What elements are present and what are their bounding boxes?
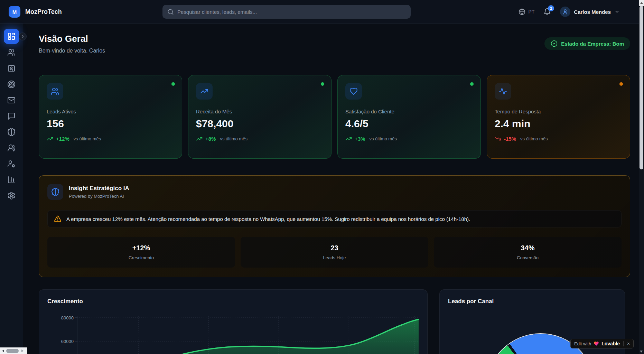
insight-stat-conversion: 34% Conversão [434, 237, 622, 268]
status-dot [321, 82, 324, 86]
insight-stat-label: Crescimento [129, 255, 154, 260]
notifications-button[interactable]: 2 [543, 8, 551, 16]
trending-up-icon [196, 136, 203, 142]
sidebar-item-reports[interactable] [0, 172, 23, 188]
vertical-scrollbar[interactable] [639, 0, 644, 354]
sidebar-item-settings[interactable] [0, 188, 23, 204]
heart-icon [345, 83, 362, 100]
sidebar-item-contacts[interactable] [0, 60, 23, 76]
chevron-right-icon [20, 34, 25, 39]
status-badge-label: Estado da Empresa: Bom [561, 41, 624, 47]
trending-down-icon [495, 136, 501, 142]
user-menu[interactable]: Carlos Mendes [560, 7, 620, 17]
brand-name: MozProTech [25, 8, 62, 16]
status-dot [619, 82, 623, 86]
topbar-actions: PT 2 Carlos Mendes [519, 0, 620, 24]
trending-up-icon [47, 136, 53, 142]
sidebar-item-leads[interactable] [0, 45, 23, 60]
charts-row: Crescimento [39, 289, 630, 354]
stat-card-satisfaction[interactable]: Satisfação do Cliente 4.6/5 +3% vs últim… [337, 75, 481, 159]
stats-grid: Leads Ativos 156 +12% vs último mês Rece… [39, 75, 630, 159]
stat-change: +12% [56, 136, 69, 142]
insight-stat-value: +12% [132, 244, 150, 252]
circle-check-icon [551, 40, 558, 47]
brand-group: M MozProTech [9, 0, 62, 24]
stat-card-revenue[interactable]: Receita do Mês $78,400 +8% vs último mês [188, 75, 332, 159]
insight-stat-value: 34% [521, 244, 534, 252]
stat-value: $78,400 [196, 118, 324, 130]
stat-label: Tempo de Resposta [495, 109, 622, 114]
sidebar-item-email[interactable] [0, 92, 23, 108]
page-subtitle: Bem-vindo de volta, Carlos [39, 48, 105, 54]
globe-icon [519, 8, 525, 15]
stat-card-response-time[interactable]: Tempo de Resposta 2.4 min -15% vs último… [487, 75, 630, 159]
stat-value: 156 [47, 118, 174, 130]
ytick-80000: 80000 [61, 315, 74, 320]
avatar [560, 7, 570, 17]
sidebar-item-ai[interactable] [0, 124, 23, 140]
global-search[interactable] [162, 5, 411, 19]
insight-alert-text: A empresa cresceu 12% este mês. Atenção … [66, 216, 470, 222]
status-badge: Estado da Empresa: Bom [544, 37, 630, 50]
stat-label: Satisfação do Cliente [345, 109, 473, 114]
insight-stats: +12% Crescimento 23 Leads Hoje 34% Conve… [47, 237, 622, 268]
lovable-logo-icon [594, 341, 599, 346]
mail-icon [7, 96, 16, 104]
insight-subtitle: Powered by MozProTech AI [69, 194, 129, 199]
horizontal-scrollbar[interactable] [0, 347, 27, 354]
main-content: Visão Geral Bem-vindo de volta, Carlos E… [23, 24, 644, 354]
horizontal-scrollbar-thumb[interactable] [6, 349, 19, 353]
scroll-up-button[interactable] [639, 0, 644, 6]
sidebar-item-user-management[interactable] [0, 156, 23, 172]
warning-triangle-icon [54, 215, 62, 223]
sidebar-item-team[interactable] [0, 140, 23, 156]
search-input[interactable] [177, 9, 406, 15]
scroll-right-button[interactable] [21, 350, 24, 352]
sidebar-item-dashboard[interactable] [4, 29, 19, 44]
settings-icon [7, 192, 16, 200]
stat-value: 2.4 min [495, 118, 622, 130]
scroll-down-button[interactable] [640, 351, 643, 353]
lovable-brand: Lovable [601, 341, 620, 346]
language-switcher[interactable]: PT [519, 8, 534, 15]
sidebar-item-chat[interactable] [0, 108, 23, 124]
bar-chart-icon [7, 176, 16, 184]
page-title: Visão Geral [39, 34, 105, 44]
stat-card-leads[interactable]: Leads Ativos 156 +12% vs último mês [39, 75, 182, 159]
vertical-scrollbar-thumb[interactable] [640, 6, 643, 169]
users-icon [7, 48, 16, 57]
stat-value: 4.6/5 [345, 118, 473, 130]
dashboard-icon [7, 32, 16, 40]
page-header: Visão Geral Bem-vindo de volta, Carlos E… [39, 34, 630, 54]
close-icon[interactable]: × [627, 341, 630, 346]
divider [623, 341, 624, 346]
growth-area-chart: 80000 60000 [47, 311, 420, 354]
stat-change-note: vs último mês [220, 136, 247, 141]
stat-label: Leads Ativos [47, 109, 174, 114]
chat-icon [7, 112, 16, 120]
user-settings-icon [7, 160, 16, 168]
growth-chart-card: Crescimento [39, 289, 428, 354]
stat-change-note: vs último mês [520, 136, 548, 141]
sidebar-expand-button[interactable] [19, 32, 27, 40]
stat-label: Receita do Mês [196, 109, 324, 114]
sidebar-item-goals[interactable] [0, 76, 23, 92]
trending-up-icon [345, 136, 352, 142]
stat-change: +3% [355, 136, 365, 142]
scroll-left-button[interactable] [2, 350, 4, 352]
lovable-prefix: Edit with [574, 341, 591, 346]
lovable-badge[interactable]: Edit with Lovable × [570, 339, 634, 348]
insight-alert: A empresa cresceu 12% este mês. Atenção … [47, 210, 622, 227]
contact-card-icon [7, 64, 16, 73]
topbar: M MozProTech PT 2 Carlos Mendes [0, 0, 644, 24]
activity-icon [495, 83, 511, 100]
insight-title: Insight Estratégico IA [69, 185, 129, 192]
team-icon [7, 144, 16, 152]
app-logo: M [9, 6, 20, 18]
status-dot [470, 82, 474, 86]
language-label: PT [528, 9, 534, 15]
insight-stat-label: Leads Hoje [323, 255, 346, 260]
stat-change: +8% [205, 136, 216, 142]
stat-change-note: vs último mês [369, 136, 396, 141]
chevron-down-icon [614, 9, 620, 15]
